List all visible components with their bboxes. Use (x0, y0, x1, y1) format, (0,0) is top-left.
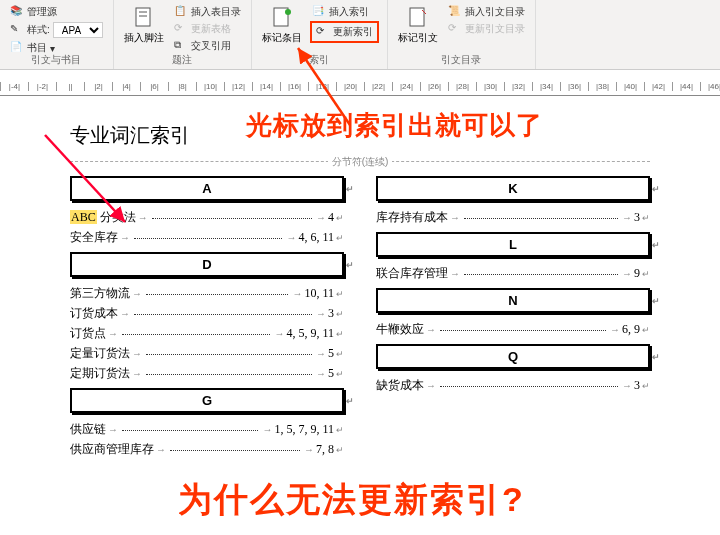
index-entry: 安全库存→→4, 6, 11↵ (70, 229, 344, 246)
mark-entry-icon (270, 6, 294, 30)
ruler-mark: |8| (168, 82, 196, 91)
style-select[interactable]: ✎样式:APA (8, 21, 105, 39)
index-letter-header: N (376, 288, 650, 313)
index-page: 3 (634, 378, 640, 393)
book-icon: 📚 (10, 5, 24, 19)
ruler-mark: |6| (140, 82, 168, 91)
mark-entry-button[interactable]: 标记条目 (260, 4, 304, 47)
insert-index-button[interactable]: 📑插入索引 (310, 4, 379, 20)
index-page: 5 (328, 366, 334, 381)
ruler-mark: |-2| (28, 82, 56, 91)
refresh-icon: ⟳ (316, 25, 330, 39)
index-page: 1, 5, 7, 9, 11 (274, 422, 334, 437)
svg-rect-5 (410, 8, 424, 26)
ruler-mark: |20| (336, 82, 364, 91)
index-icon: 📑 (312, 5, 326, 19)
mark-citation-button[interactable]: 标记引文 (396, 4, 440, 47)
index-entry: 牛鞭效应→→6, 9↵ (376, 321, 650, 338)
tof-icon: 📋 (174, 5, 188, 19)
index-page: 4 (328, 210, 334, 225)
index-term: 联合库存管理 (376, 265, 448, 282)
index-term: 定量订货法 (70, 345, 130, 362)
ruler-mark: |26| (420, 82, 448, 91)
index-page: 4, 5, 9, 11 (286, 326, 334, 341)
group-label-captions: 题注 (114, 53, 251, 67)
ruler-mark: || (56, 82, 84, 91)
svg-rect-0 (136, 8, 150, 26)
ruler-mark: |40| (616, 82, 644, 91)
ruler-mark: |28| (448, 82, 476, 91)
refresh-icon: ⟳ (174, 22, 188, 36)
ribbon-group-toa: 标记引文 📜插入引文目录 ⟳更新引文目录 引文目录 (388, 0, 536, 69)
index-page: 9 (634, 266, 640, 281)
ruler-mark: |16| (280, 82, 308, 91)
ruler-mark: |18| (308, 82, 336, 91)
index-entry: 库存持有成本→→3↵ (376, 209, 650, 226)
group-label-citations: 引文与书目 (0, 53, 113, 67)
index-term: 供应商管理库存 (70, 441, 154, 458)
index-entry: 供应商管理库存→→7, 8↵ (70, 441, 344, 458)
index-term: 定期订货法 (70, 365, 130, 382)
annotation-top: 光标放到索引出就可以了 (246, 108, 543, 143)
section-break: 分节符(连续) (70, 161, 650, 162)
index-entry: ABC 分类法→→4↵ (70, 209, 344, 226)
index-term: 牛鞭效应 (376, 321, 424, 338)
index-term: 订货成本 (70, 305, 118, 322)
index-entry: 订货成本→→3↵ (70, 305, 344, 322)
index-term: 库存持有成本 (376, 209, 448, 226)
ruler-mark: |10| (196, 82, 224, 91)
ruler: |-4||-2||||2||4||6||8||10||12||14||16||1… (0, 78, 720, 96)
index-letter-header: K (376, 176, 650, 201)
index-page: 6, 9 (622, 322, 640, 337)
index-entry: 第三方物流→→10, 11↵ (70, 285, 344, 302)
index-page: 3 (328, 306, 334, 321)
index-entry: 定期订货法→→5↵ (70, 365, 344, 382)
index-entry: 联合库存管理→→9↵ (376, 265, 650, 282)
page: 专业词汇索引 分节符(连续) AABC 分类法→→4↵安全库存→→4, 6, 1… (70, 122, 650, 461)
index-entry: 定量订货法→→5↵ (70, 345, 344, 362)
index-term: 缺货成本 (376, 377, 424, 394)
index-term: 订货点 (70, 325, 106, 342)
index-entry: 订货点→→4, 5, 9, 11↵ (70, 325, 344, 342)
update-table-button: ⟳更新表格 (172, 21, 243, 37)
toa-icon: 📜 (448, 5, 462, 19)
group-label-index: 索引 (252, 53, 387, 67)
ruler-mark: |12| (224, 82, 252, 91)
footnote-icon (132, 6, 156, 30)
document-area: 专业词汇索引 分节符(连续) AABC 分类法→→4↵安全库存→→4, 6, 1… (0, 96, 720, 461)
ruler-mark: |46| (700, 82, 720, 91)
index-term: 供应链 (70, 421, 106, 438)
index-page: 3 (634, 210, 640, 225)
manage-sources-button[interactable]: 📚管理源 (8, 4, 105, 20)
annotation-bottom: 为什么无法更新索引? (178, 477, 525, 523)
ruler-mark: |36| (560, 82, 588, 91)
index-col-left: AABC 分类法→→4↵安全库存→→4, 6, 11↵D第三方物流→→10, 1… (70, 170, 344, 461)
index-letter-header: A (70, 176, 344, 201)
index-entry: 缺货成本→→3↵ (376, 377, 650, 394)
ruler-mark: |44| (672, 82, 700, 91)
update-toa-button: ⟳更新引文目录 (446, 21, 527, 37)
svg-point-4 (285, 9, 291, 15)
insert-toa-button[interactable]: 📜插入引文目录 (446, 4, 527, 20)
index-letter-header: Q (376, 344, 650, 369)
style-icon: ✎ (10, 23, 24, 37)
insert-footnote-button[interactable]: 插入脚注 (122, 4, 166, 47)
ribbon-group-captions: 插入脚注 📋插入表目录 ⟳更新表格 ⧉交叉引用 题注 (114, 0, 252, 69)
index-term: 安全库存 (70, 229, 118, 246)
update-index-button[interactable]: ⟳更新索引 (310, 21, 379, 43)
index-term: 第三方物流 (70, 285, 130, 302)
ruler-mark: |42| (644, 82, 672, 91)
index-letter-header: G (70, 388, 344, 413)
insert-tof-button[interactable]: 📋插入表目录 (172, 4, 243, 20)
ruler-mark: |2| (84, 82, 112, 91)
ruler-mark: |4| (112, 82, 140, 91)
citation-icon (406, 6, 430, 30)
index-entry: 供应链→→1, 5, 7, 9, 11↵ (70, 421, 344, 438)
ruler-mark: |24| (392, 82, 420, 91)
ruler-mark: |32| (504, 82, 532, 91)
cross-ref-button[interactable]: ⧉交叉引用 (172, 38, 243, 54)
index-term: ABC 分类法 (70, 209, 136, 226)
style-dropdown[interactable]: APA (53, 22, 103, 38)
link-icon: ⧉ (174, 39, 188, 53)
ribbon: 📚管理源 ✎样式:APA 📄书目 ▾ 引文与书目 插入脚注 📋插入表目录 ⟳更新… (0, 0, 720, 70)
